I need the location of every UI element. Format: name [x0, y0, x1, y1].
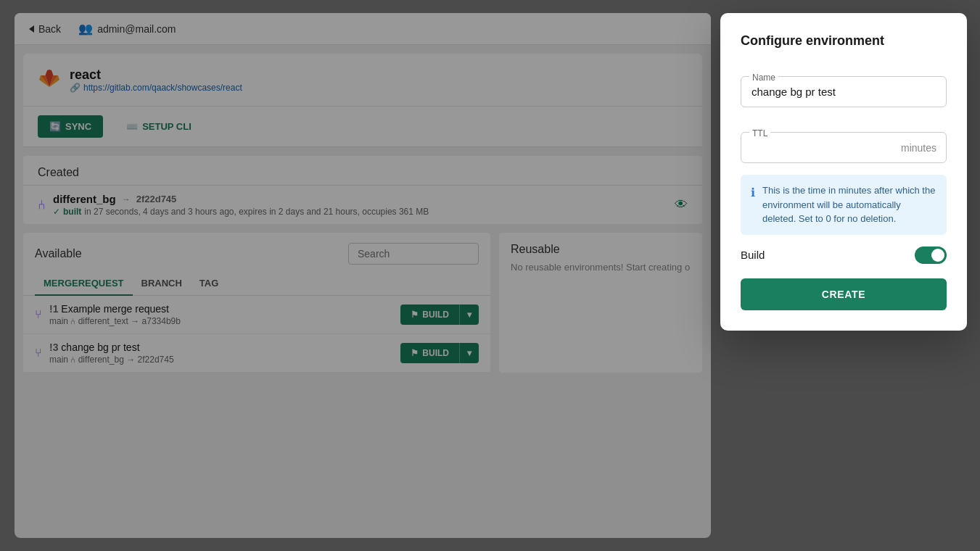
- build-label: Build: [741, 249, 765, 261]
- configure-environment-modal: Configure environment Name TTL minutes ℹ…: [720, 13, 967, 331]
- name-field: Name: [741, 63, 947, 107]
- modal-overlay: Configure environment Name TTL minutes ℹ…: [0, 0, 980, 551]
- info-text: This is the time in minutes after which …: [762, 183, 936, 226]
- build-toggle[interactable]: [915, 246, 947, 264]
- ttl-label: TTL: [749, 128, 770, 138]
- ttl-field: TTL minutes: [741, 119, 947, 163]
- build-toggle-row: Build: [741, 246, 947, 264]
- modal-title: Configure environment: [741, 33, 947, 49]
- info-box: ℹ This is the time in minutes after whic…: [741, 175, 947, 235]
- create-label: CREATE: [822, 289, 866, 300]
- ttl-input-wrapper: minutes: [741, 132, 947, 163]
- create-button[interactable]: CREATE: [741, 278, 947, 310]
- info-icon: ℹ: [751, 184, 755, 226]
- name-label: Name: [749, 72, 778, 83]
- ttl-suffix: minutes: [901, 142, 936, 154]
